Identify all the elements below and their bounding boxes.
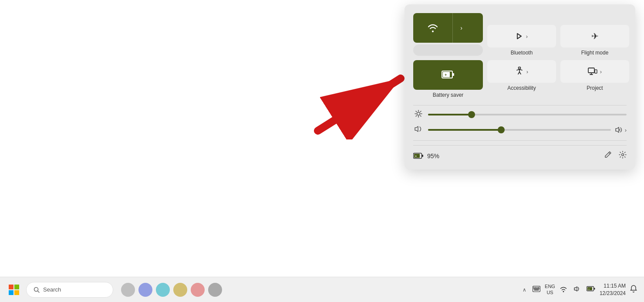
flight-mode-tile[interactable]: ✈ Flight mode xyxy=(560,25,629,56)
svg-line-14 xyxy=(416,111,417,112)
wifi-tile[interactable]: › xyxy=(413,13,483,43)
svg-rect-35 xyxy=(533,288,539,289)
svg-text:+: + xyxy=(588,288,590,290)
svg-rect-25 xyxy=(14,285,19,289)
taskbar-app-2[interactable] xyxy=(138,282,153,298)
svg-rect-33 xyxy=(536,287,538,288)
divider-1 xyxy=(413,105,627,105)
brightness-icon xyxy=(413,110,424,119)
edit-button[interactable] xyxy=(604,151,612,161)
taskbar-right: ∧ ENG US xyxy=(516,282,644,297)
battery-percentage: 95% xyxy=(427,153,439,159)
taskbar: Search ∧ xyxy=(0,277,644,302)
search-label: Search xyxy=(43,286,61,293)
volume-thumb[interactable] xyxy=(498,126,505,133)
project-label: Project xyxy=(587,85,603,91)
svg-rect-34 xyxy=(538,287,539,288)
bluetooth-expand: › xyxy=(526,33,528,40)
lang-secondary: US xyxy=(546,290,553,295)
battery-saver-button[interactable]: + xyxy=(413,60,483,90)
quick-settings-bottom: + 95% xyxy=(413,145,627,161)
quick-settings-bottom-icons xyxy=(604,151,627,161)
bluetooth-tile[interactable]: › Bluetooth xyxy=(487,25,556,56)
svg-rect-19 xyxy=(422,155,424,157)
volume-icon xyxy=(413,126,424,134)
svg-line-16 xyxy=(420,111,421,112)
taskbar-app-5[interactable] xyxy=(190,282,206,298)
svg-line-17 xyxy=(416,115,417,116)
taskbar-apps xyxy=(117,282,226,298)
wifi-network-label xyxy=(413,44,483,56)
svg-rect-27 xyxy=(14,290,19,295)
start-button[interactable] xyxy=(5,281,23,299)
svg-point-6 xyxy=(518,67,520,69)
svg-rect-39 xyxy=(593,288,595,289)
clock[interactable]: 11:15 AM 12/23/2024 xyxy=(600,282,626,297)
svg-rect-32 xyxy=(535,287,536,288)
brightness-slider-row xyxy=(413,110,627,119)
project-button[interactable]: › xyxy=(560,60,629,83)
flight-mode-icon: ✈ xyxy=(591,31,599,41)
svg-rect-24 xyxy=(9,285,13,289)
tray-wifi-icon[interactable] xyxy=(558,284,569,296)
search-icon xyxy=(34,287,40,293)
project-tile[interactable]: › Project xyxy=(560,60,629,91)
taskbar-left: Search xyxy=(0,281,232,299)
svg-rect-8 xyxy=(595,70,597,73)
divider-2 xyxy=(413,140,627,141)
svg-rect-7 xyxy=(588,68,594,73)
taskbar-app-4[interactable] xyxy=(172,282,188,298)
tray-volume-icon[interactable] xyxy=(572,284,582,296)
svg-line-15 xyxy=(420,115,421,116)
taskbar-app-1[interactable] xyxy=(120,282,136,298)
brightness-thumb[interactable] xyxy=(468,111,475,118)
accessibility-label: Accessibility xyxy=(507,85,536,91)
svg-rect-3 xyxy=(452,73,454,76)
svg-rect-31 xyxy=(533,287,535,288)
volume-end-controls: › xyxy=(615,126,627,133)
brightness-track[interactable] xyxy=(428,114,627,115)
svg-point-23 xyxy=(622,154,624,156)
accessibility-tile[interactable]: › Accessibility xyxy=(487,60,556,91)
quick-settings-panel: › › Bluetooth ✈ Flight mode xyxy=(405,4,635,170)
volume-expand-arrow[interactable]: › xyxy=(625,127,627,133)
svg-point-37 xyxy=(563,291,564,292)
flight-mode-button[interactable]: ✈ xyxy=(560,25,629,48)
project-expand: › xyxy=(600,68,602,75)
tray-overflow-button[interactable]: ∧ xyxy=(521,285,528,295)
brightness-fill xyxy=(428,114,472,115)
flight-mode-label: Flight mode xyxy=(581,50,609,56)
taskbar-app-3[interactable] xyxy=(155,282,171,298)
volume-fill xyxy=(428,129,501,131)
quick-settings-row-1: › › Bluetooth ✈ Flight mode xyxy=(413,13,627,56)
taskbar-app-6[interactable] xyxy=(207,282,223,298)
bluetooth-label: Bluetooth xyxy=(511,50,533,56)
svg-rect-36 xyxy=(534,289,539,290)
battery-saver-label: Battery saver xyxy=(433,92,464,98)
accessibility-button[interactable]: › xyxy=(487,60,556,83)
clock-date: 12/23/2024 xyxy=(600,290,626,297)
svg-text:+: + xyxy=(415,155,417,158)
wifi-icon xyxy=(413,13,452,43)
wifi-expand-arrow[interactable]: › xyxy=(452,13,470,43)
svg-text:+: + xyxy=(445,73,447,77)
tray-battery-icon[interactable]: + xyxy=(585,284,597,295)
battery-saver-tile[interactable]: + Battery saver xyxy=(413,60,483,98)
svg-line-22 xyxy=(609,153,610,154)
lang-primary: ENG xyxy=(545,284,555,289)
windows-logo-icon xyxy=(9,285,19,295)
svg-line-29 xyxy=(38,291,40,292)
clock-time: 11:15 AM xyxy=(604,282,626,290)
volume-slider-row: › xyxy=(413,126,627,134)
keyboard-icon[interactable] xyxy=(531,284,542,295)
notification-bell[interactable] xyxy=(628,283,639,296)
settings-button[interactable] xyxy=(619,151,627,161)
bluetooth-button[interactable]: › xyxy=(487,25,556,48)
svg-point-9 xyxy=(417,112,420,115)
accessibility-expand: › xyxy=(526,68,528,75)
search-box[interactable]: Search xyxy=(26,282,113,298)
quick-settings-row-2: + Battery saver › Accessibility xyxy=(413,60,627,98)
volume-track[interactable] xyxy=(428,129,611,131)
language-indicator[interactable]: ENG US xyxy=(545,284,555,295)
svg-rect-26 xyxy=(9,290,13,295)
